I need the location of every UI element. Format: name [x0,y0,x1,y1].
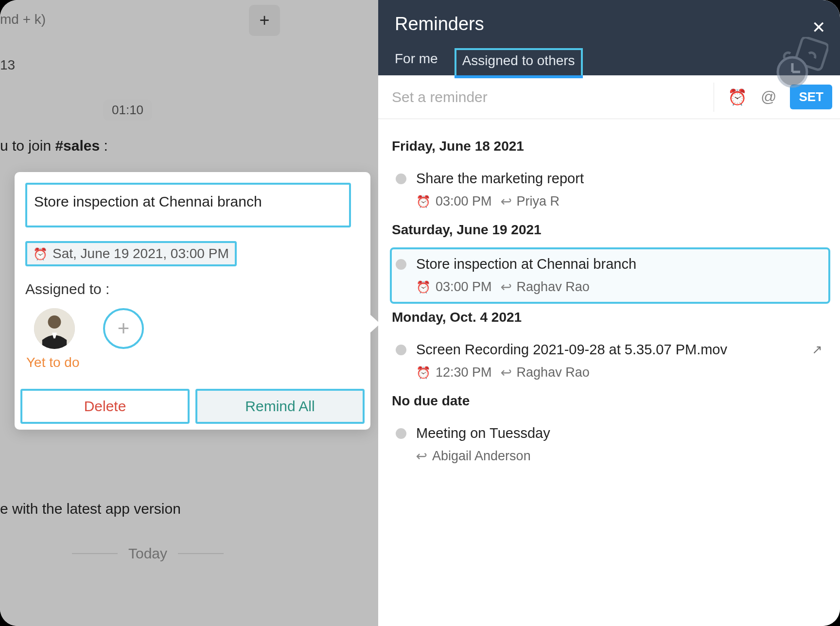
status-dot-icon[interactable] [396,259,406,270]
reminder-item[interactable]: Meeting on TuessdayAbigail Anderson [392,418,828,471]
panel-title: Reminders [395,14,823,35]
assigned-arrow-icon [501,365,512,381]
mention-icon[interactable] [761,88,776,106]
reminder-assignee: Raghav Rao [501,365,590,381]
clock-icon [416,279,431,295]
remind-all-button[interactable]: Remind All [195,389,365,424]
reminder-status: Yet to do [26,355,360,370]
date-group-header: Monday, Oct. 4 2021 [392,310,828,325]
reminder-item-title: Screen Recording 2021-09-28 at 5.35.07 P… [416,342,727,358]
external-link-icon[interactable] [812,342,822,357]
reminder-assignee: Abigail Anderson [416,448,531,464]
clock-icon [33,246,48,261]
reminder-item-meta: Abigail Anderson [416,448,822,464]
popup-actions: Delete Remind All [15,389,370,430]
reminder-item-title: Store inspection at Chennai branch [416,256,636,272]
add-assignee-button[interactable] [103,308,144,349]
close-icon [812,18,825,36]
reminder-time-text: 03:00 PM [436,194,492,209]
reminder-assignee-name: Raghav Rao [517,279,590,295]
reminder-item[interactable]: Store inspection at Chennai branch03:00 … [390,247,830,304]
date-group-header: Friday, June 18 2021 [392,139,828,154]
app-version-text: e with the latest app version [0,501,181,517]
clock-icon [416,194,431,209]
reminder-item[interactable]: Screen Recording 2021-09-28 at 5.35.07 P… [392,335,828,387]
reminder-item-title: Meeting on Tuessday [416,425,550,441]
message-time-badge: 01:10 [103,100,152,121]
clock-icon [416,365,431,380]
reminder-item-title: Share the marketing report [416,171,584,187]
today-divider: Today [0,545,296,562]
assigned-arrow-icon [501,279,512,295]
reminder-item-top: Share the marketing report [396,171,822,187]
reminder-time: 03:00 PM [416,279,492,295]
reminder-text-input[interactable] [392,89,714,105]
reminder-item-meta: 03:00 PMRaghav Rao [416,279,822,295]
reminder-title-input[interactable]: Store inspection at Chennai branch [25,183,351,227]
tab-assigned-to-others[interactable]: Assigned to others [455,48,583,75]
reminder-datetime-text: Sat, June 19 2021, 03:00 PM [52,246,229,261]
delete-button[interactable]: Delete [20,389,190,424]
date-group-header: Saturday, June 19 2021 [392,222,828,238]
reminder-assignee-name: Abigail Anderson [432,449,531,464]
assigned-arrow-icon [501,193,512,209]
assignee-avatar[interactable] [34,308,75,349]
reminder-time-text: 03:00 PM [436,279,492,295]
unread-count: 13 [0,57,15,73]
assigned-arrow-icon [416,448,427,464]
close-panel-button[interactable] [812,17,825,37]
tab-for-me[interactable]: For me [395,51,438,75]
reminder-assignee-name: Raghav Rao [517,365,590,380]
panel-header: Reminders For me Assigned to others [378,0,840,75]
reminders-list: Friday, June 18 2021Share the marketing … [378,119,840,483]
search-shortcut-hint: md + k) [0,12,46,27]
alarm-icon[interactable] [728,88,747,106]
reminder-item-top: Meeting on Tuessday [396,425,822,441]
compose-plus-button[interactable] [249,5,280,36]
status-dot-icon[interactable] [396,345,406,355]
reminder-time: 12:30 PM [416,365,492,380]
reminder-item-top: Store inspection at Chennai branch [396,256,822,272]
date-group-header: No due date [392,393,828,409]
reminder-time: 03:00 PM [416,194,492,209]
panel-tabs: For me Assigned to others [395,48,823,75]
reminder-item[interactable]: Share the marketing report03:00 PMPriya … [392,164,828,216]
assigned-to-label: Assigned to : [25,281,360,297]
reminder-edit-popup: Store inspection at Chennai branch Sat, … [15,172,370,430]
reminder-time-text: 12:30 PM [436,365,492,380]
plus-icon [118,317,130,340]
today-label: Today [128,545,167,562]
reminder-item-top: Screen Recording 2021-09-28 at 5.35.07 P… [396,342,822,358]
reminder-item-meta: 03:00 PMPriya R [416,193,822,209]
reminder-item-meta: 12:30 PMRaghav Rao [416,365,822,381]
avatar-icon [34,308,75,349]
svg-point-1 [48,315,61,329]
reminder-assignee: Raghav Rao [501,279,590,295]
reminder-datetime-chip[interactable]: Sat, June 19 2021, 03:00 PM [25,241,237,266]
plus-icon [259,10,269,31]
reminders-panel: Reminders For me Assigned to others [378,0,840,626]
app-frame: md + k) 13 01:10 u to join #sales : e wi… [0,0,840,626]
reminder-assignee: Priya R [501,193,560,209]
status-dot-icon[interactable] [396,428,406,439]
status-dot-icon[interactable] [396,174,406,184]
reminder-assignee-name: Priya R [517,194,560,209]
assignee-row [25,308,360,349]
header-clock-decor [760,37,828,90]
join-channel-text: u to join #sales : [0,138,108,154]
